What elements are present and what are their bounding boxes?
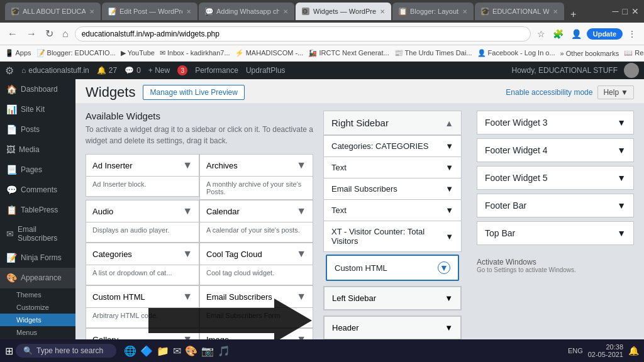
footer-widget-4-header[interactable]: Footer Widget 4 ▼ xyxy=(477,139,633,162)
tab-2-close[interactable]: ✕ xyxy=(186,8,191,15)
sidebar-item-email[interactable]: ✉ Email Subscribers xyxy=(0,220,75,248)
site-name[interactable]: ⌂ educationalstuff.in xyxy=(21,66,89,75)
comments-btn[interactable]: 💬 0 xyxy=(125,66,141,75)
right-sidebar-area-header[interactable]: Right Sidebar ▲ xyxy=(323,111,462,135)
blogger-bookmark[interactable]: 📝 Blogger: EDUCATIO... xyxy=(36,49,116,57)
wp-logo-icon[interactable]: ⚙ xyxy=(5,65,14,77)
reload-button[interactable]: ↻ xyxy=(43,25,56,42)
right-sidebar-widget-text2[interactable]: Text ▼ xyxy=(323,200,462,221)
widget-categories-header[interactable]: Categories ▼ xyxy=(86,243,199,265)
new-btn[interactable]: + New xyxy=(148,66,170,75)
mahadiscom-bookmark[interactable]: ⚡ MAHADISCOM -... xyxy=(235,49,304,57)
windows-start-icon[interactable]: ⊞ xyxy=(5,345,13,357)
header-area: Header ▼ xyxy=(323,315,462,339)
widget-audio-desc: Displays an audio player. xyxy=(86,222,199,243)
address-bar[interactable] xyxy=(75,26,531,41)
tab-2[interactable]: 📝 Edit Post — WordPre... ✕ xyxy=(102,3,197,20)
tab-5-close[interactable]: ✕ xyxy=(462,8,467,15)
sidebar-item-media[interactable]: 🖼 Media xyxy=(0,140,75,160)
taskbar-app4-icon[interactable]: 📷 xyxy=(201,345,214,357)
top-bar-header[interactable]: Top Bar ▼ xyxy=(477,222,633,244)
notifications[interactable]: 🔔 27 xyxy=(97,66,117,75)
taskbar-search[interactable]: 🔍 Type here to search xyxy=(16,344,116,358)
right-sidebar-widget-email[interactable]: Email Subscribers ▼ xyxy=(323,178,462,200)
taskbar-app5-icon[interactable]: 🎵 xyxy=(218,345,230,357)
widget-custom-html-header[interactable]: Custom HTML ▼ xyxy=(86,285,199,308)
left-sidebar-area-header[interactable]: Left Sidebar ▼ xyxy=(324,287,461,310)
widget-ad-inserter-header[interactable]: Ad Inserter ▼ xyxy=(86,154,199,177)
updraftplus-btn[interactable]: UpdraftPlus xyxy=(246,66,286,75)
taskbar-app3-icon[interactable]: 🎨 xyxy=(185,345,197,357)
tab-4-active[interactable]: ⚙ Widgets — WordPre... ✕ xyxy=(296,3,391,20)
youtube-bookmark[interactable]: ▶ YouTube xyxy=(121,49,155,57)
v-badge[interactable]: 3 xyxy=(177,65,187,75)
tab-4-close[interactable]: ✕ xyxy=(380,8,385,15)
widget-cool-tag-header[interactable]: Cool Tag Cloud ▼ xyxy=(199,243,313,265)
tab-5[interactable]: 📋 Blogger: Layout ✕ xyxy=(392,3,474,20)
tab-6[interactable]: 🎓 EDUCATIONAL WAYS ✕ xyxy=(475,3,564,20)
apps-bookmark[interactable]: 📱 Apps xyxy=(5,49,31,57)
sidebar-item-dashboard[interactable]: 🏠 Dashboard xyxy=(0,79,75,99)
sidebar-item-appearance[interactable]: 🎨 Appearance xyxy=(0,268,75,288)
right-sidebar-widget-categories[interactable]: Categories: CATEGORIES ▼ xyxy=(323,135,462,157)
sidebar-item-posts[interactable]: 📄 Posts xyxy=(0,119,75,140)
update-button[interactable]: Update xyxy=(587,28,623,40)
sidebar-widgets[interactable]: Widgets xyxy=(0,314,75,326)
back-button[interactable]: ← xyxy=(5,26,20,42)
facebook-bookmark[interactable]: 👤 Facebook - Log In o... xyxy=(477,49,555,57)
right-sidebar-widget-text1[interactable]: Text ▼ xyxy=(323,157,462,178)
footer-widget-3-header[interactable]: Footer Widget 3 ▼ xyxy=(477,111,633,134)
taskbar-chrome-icon[interactable]: 🌐 xyxy=(124,345,136,357)
custom-html-active-widget[interactable]: Custom HTML ▼ xyxy=(326,255,459,281)
tab-3[interactable]: 💬 Adding Whatsapp ch... ✕ xyxy=(199,3,294,20)
footer-widget-5-header[interactable]: Footer Widget 5 ▼ xyxy=(477,167,633,189)
sidebar-themes[interactable]: Themes xyxy=(0,288,75,301)
right-sidebar-widget-xt[interactable]: XT - Visitor Counter: Total Visitors ▼ xyxy=(323,221,462,252)
custom-html-widget-expand-icon[interactable]: ▼ xyxy=(438,261,450,274)
irctc-bookmark[interactable]: 🚂 IRCTC Next Generat... xyxy=(308,49,389,57)
home-button[interactable]: ⌂ xyxy=(60,26,71,42)
minimize-button[interactable]: ─ xyxy=(613,6,619,16)
widget-archives-header[interactable]: Archives ▼ xyxy=(199,154,313,177)
star-icon[interactable]: ☆ xyxy=(535,28,548,40)
sidebar-customize[interactable]: Customize xyxy=(0,301,75,314)
inbox-bookmark[interactable]: ✉ Inbox - kadirkhan7... xyxy=(160,49,230,57)
close-button[interactable]: ✕ xyxy=(631,6,639,16)
widget-email-subscribers-header[interactable]: Email Subscribers ▼ xyxy=(199,285,313,308)
taskbar-folder-icon[interactable]: 📁 xyxy=(157,345,169,357)
manage-live-preview-button[interactable]: Manage with Live Preview xyxy=(143,85,244,100)
widget-audio-header[interactable]: Audio ▼ xyxy=(86,200,199,222)
reading-list-bookmark[interactable]: 📖 Reading list xyxy=(624,49,644,57)
tab-3-close[interactable]: ✕ xyxy=(283,8,288,15)
menu-icon[interactable]: ⋮ xyxy=(625,28,639,40)
profile-icon[interactable]: 👤 xyxy=(569,28,584,40)
taskbar-edge-icon[interactable]: 🔷 xyxy=(140,345,153,357)
extensions-icon[interactable]: 🧩 xyxy=(550,28,566,40)
header-area-header[interactable]: Header ▼ xyxy=(324,316,461,339)
sidebar-item-pages[interactable]: 📃 Pages xyxy=(0,160,75,180)
sidebar-menus[interactable]: Menus xyxy=(0,326,75,339)
custom-html-widget-row[interactable]: Custom HTML ▼ xyxy=(327,256,458,280)
widget-calendar-header[interactable]: Calendar ▼ xyxy=(199,200,313,222)
widget-calendar-arrow: ▼ xyxy=(296,206,306,217)
tab-1[interactable]: 🎓 ALL ABOUT EDUCA... ✕ xyxy=(5,3,101,20)
forward-button[interactable]: → xyxy=(24,26,39,42)
other-bookmarks[interactable]: » Other bookmarks xyxy=(560,50,619,57)
sidebar-item-tablepress[interactable]: 📋 TablePress xyxy=(0,200,75,220)
sidebar-item-ninja[interactable]: 📝 Ninja Forms xyxy=(0,248,75,268)
footer-bar-header[interactable]: Footer Bar ▼ xyxy=(477,194,633,217)
sidebar-item-sitekit[interactable]: 📊 Site Kit xyxy=(0,99,75,119)
urdu-bookmark[interactable]: 📰 The Urdu Times Dai... xyxy=(394,49,472,57)
taskbar-notification-icon[interactable]: 🔔 xyxy=(628,346,639,356)
tab-1-close[interactable]: ✕ xyxy=(89,8,94,15)
sidebar-item-comments[interactable]: 💬 Comments xyxy=(0,180,75,200)
help-button[interactable]: Help ▼ xyxy=(597,85,634,99)
accessibility-link[interactable]: Enable accessibility mode xyxy=(506,88,592,97)
widget-image-header[interactable]: Image ▼ xyxy=(199,328,313,339)
taskbar-mail-icon[interactable]: ✉ xyxy=(173,345,181,357)
widget-gallery-header[interactable]: Gallery ▼ xyxy=(86,328,199,339)
new-tab-button[interactable]: + xyxy=(565,9,581,20)
performance-btn[interactable]: Performance xyxy=(195,66,238,75)
tab-6-close[interactable]: ✕ xyxy=(553,8,558,15)
maximize-button[interactable]: □ xyxy=(623,6,628,16)
